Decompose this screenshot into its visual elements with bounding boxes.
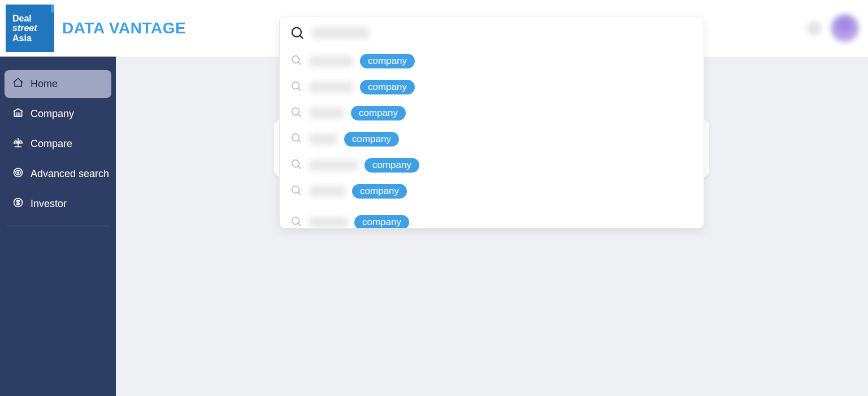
header-actions bbox=[807, 14, 862, 42]
bank-icon bbox=[12, 107, 24, 121]
notification-icon[interactable] bbox=[807, 21, 822, 36]
result-name-redacted bbox=[309, 134, 337, 144]
sidebar-item-label: Home bbox=[31, 78, 58, 90]
sidebar-item-label: Compare bbox=[31, 138, 72, 150]
result-type-tag: company bbox=[364, 158, 419, 173]
search-icon bbox=[290, 212, 302, 226]
logo-line-2: street bbox=[12, 23, 54, 33]
search-result-row[interactable]: company bbox=[280, 48, 704, 74]
svg-point-3 bbox=[14, 169, 23, 177]
svg-line-22 bbox=[298, 223, 301, 226]
scale-icon bbox=[12, 137, 24, 151]
svg-line-16 bbox=[298, 140, 301, 143]
result-name-redacted bbox=[309, 160, 358, 170]
search-icon bbox=[290, 184, 302, 199]
result-type-tag: company bbox=[360, 54, 415, 68]
search-result-row[interactable]: company bbox=[280, 204, 704, 228]
result-name-redacted bbox=[309, 186, 345, 196]
search-result-row[interactable]: company bbox=[280, 152, 704, 178]
sidebar-item-investor[interactable]: Investor bbox=[5, 190, 111, 218]
result-name-redacted bbox=[309, 56, 353, 66]
sidebar-item-compare[interactable]: Compare bbox=[5, 130, 111, 158]
svg-point-4 bbox=[16, 170, 20, 175]
logo-line-1: Deal bbox=[12, 14, 54, 24]
sidebar-item-company[interactable]: Company bbox=[5, 100, 111, 128]
sidebar-item-home[interactable]: Home bbox=[5, 70, 111, 98]
svg-line-12 bbox=[298, 88, 301, 91]
search-icon bbox=[290, 158, 302, 173]
dollar-icon bbox=[12, 197, 24, 211]
result-type-tag: company bbox=[351, 106, 406, 120]
logo-line-3: Asia bbox=[12, 33, 54, 44]
search-input-row[interactable] bbox=[280, 16, 704, 46]
avatar[interactable] bbox=[831, 14, 859, 42]
search-result-row[interactable]: company bbox=[280, 178, 704, 204]
svg-line-10 bbox=[298, 62, 301, 64]
svg-point-5 bbox=[18, 172, 19, 174]
search-dropdown-panel: companycompanycompanycompanycompanycompa… bbox=[279, 16, 704, 229]
result-name-redacted bbox=[309, 82, 353, 92]
result-type-tag: company bbox=[352, 184, 407, 199]
sidebar-nav: HomeCompanyCompareAdvanced searchInvesto… bbox=[0, 57, 116, 396]
sidebar-item-label: Company bbox=[31, 108, 74, 120]
search-query-redacted[interactable] bbox=[313, 27, 369, 38]
search-icon bbox=[290, 54, 302, 68]
sidebar-item-label: Investor bbox=[31, 198, 67, 210]
result-type-tag: company bbox=[360, 80, 415, 94]
search-result-row[interactable]: company bbox=[280, 100, 704, 126]
brand-title: DATA VANTAGE bbox=[62, 19, 186, 37]
result-type-tag: company bbox=[344, 132, 399, 147]
search-results-list: companycompanycompanycompanycompanycompa… bbox=[280, 46, 704, 228]
search-icon bbox=[290, 132, 302, 147]
svg-line-8 bbox=[300, 36, 303, 38]
svg-line-18 bbox=[298, 166, 301, 169]
result-name-redacted bbox=[309, 217, 348, 227]
search-icon bbox=[290, 80, 302, 94]
svg-line-14 bbox=[298, 114, 301, 117]
svg-line-20 bbox=[298, 192, 301, 195]
result-type-tag: company bbox=[354, 215, 409, 228]
target-icon bbox=[12, 167, 24, 181]
sidebar-divider bbox=[7, 226, 109, 226]
result-name-redacted bbox=[309, 108, 344, 118]
search-result-row[interactable]: company bbox=[280, 126, 704, 152]
search-icon bbox=[290, 25, 305, 40]
sidebar-item-label: Advanced search bbox=[31, 168, 109, 180]
search-result-row[interactable]: company bbox=[280, 74, 704, 100]
brand-logo[interactable]: Deal street Asia bbox=[6, 5, 54, 52]
home-icon bbox=[12, 77, 24, 91]
sidebar-item-advanced-search[interactable]: Advanced search bbox=[5, 160, 111, 188]
search-icon bbox=[290, 106, 302, 120]
